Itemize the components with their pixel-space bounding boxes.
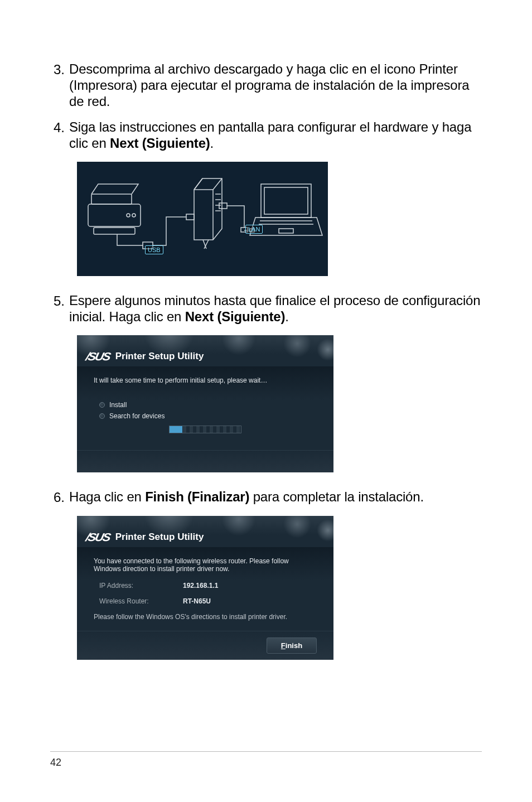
radio-icon: [99, 413, 105, 419]
step-6: 6. Haga clic en Finish (Finalizar) para …: [50, 489, 482, 506]
step-text: Siga las instrucciones en pantalla para …: [69, 119, 482, 152]
progress-fill: [170, 426, 182, 433]
svg-rect-1: [88, 204, 141, 226]
printer-setup-window-finish: /SUS Printer Setup Utility You have conn…: [77, 516, 333, 660]
radio-label: Install: [109, 401, 127, 409]
radio-icon: [99, 402, 105, 408]
psu-body: It will take some time to perform initia…: [77, 366, 333, 450]
step-number: 5.: [50, 293, 69, 325]
step-3: 3. Descomprima al archivo descargado y h…: [50, 61, 482, 109]
svg-line-7: [213, 178, 222, 190]
step-text: Haga clic en Finish (Finalizar) para com…: [69, 489, 424, 506]
svg-rect-17: [279, 229, 293, 233]
printer-setup-window: /SUS Printer Setup Utility It will take …: [77, 335, 333, 472]
psu-title: Printer Setup Utility: [115, 351, 204, 362]
psu-title: Printer Setup Utility: [115, 532, 204, 543]
page-number: 42: [50, 757, 61, 769]
hardware-svg: [77, 162, 328, 276]
radio-search: Search for devices: [99, 412, 317, 420]
finish-button[interactable]: Finish: [267, 637, 317, 654]
asus-logo: /SUS: [85, 531, 111, 544]
svg-rect-2: [94, 228, 135, 234]
figure-setup-initial: /SUS Printer Setup Utility It will take …: [77, 335, 482, 472]
psu-footer: Finish: [77, 631, 333, 660]
step-4: 4. Siga las instrucciones en pantalla pa…: [50, 119, 482, 152]
svg-rect-0: [91, 194, 132, 204]
svg-rect-15: [186, 214, 194, 220]
psu-message: You have connected to the following wire…: [94, 557, 317, 573]
figure-hardware-diagram: USB LAN: [77, 162, 482, 276]
router-value: RT-N65U: [183, 597, 211, 605]
finish-mnemonic: F: [281, 641, 286, 650]
psu-header: /SUS Printer Setup Utility: [77, 335, 333, 366]
step-text: Espere algunos minutos hasta que finalic…: [69, 293, 482, 325]
psu-body: You have connected to the following wire…: [77, 547, 333, 631]
svg-point-3: [127, 214, 130, 217]
ip-value: 192.168.1.1: [183, 582, 218, 590]
step-number: 6.: [50, 489, 69, 506]
psu-header: /SUS Printer Setup Utility: [77, 516, 333, 547]
page-content: 3. Descomprima al archivo descargado y h…: [0, 0, 532, 660]
lan-label: LAN: [245, 225, 263, 234]
asus-logo: /SUS: [85, 350, 111, 363]
svg-line-6: [194, 178, 202, 190]
svg-point-4: [132, 214, 136, 217]
router-label: Wireless Router:: [99, 597, 183, 605]
psu-footer: [77, 450, 333, 472]
radio-label: Search for devices: [109, 412, 165, 420]
svg-rect-14: [219, 203, 227, 209]
step-number: 4.: [50, 119, 69, 152]
footer-rule: [50, 751, 482, 752]
kv-router: Wireless Router: RT-N65U: [99, 597, 317, 605]
psu-note: Please follow the Windows OS's direction…: [94, 613, 317, 621]
psu-message: It will take some time to perform initia…: [94, 376, 317, 384]
progress-bar: [169, 426, 241, 433]
figure-setup-finish: /SUS Printer Setup Utility You have conn…: [77, 516, 482, 660]
step-5: 5. Espere algunos minutos hasta que fina…: [50, 293, 482, 325]
hardware-diagram: USB LAN: [77, 162, 328, 276]
step-text: Descomprima al archivo descargado y haga…: [69, 61, 482, 109]
radio-install: Install: [99, 401, 317, 409]
step-number: 3.: [50, 61, 69, 109]
kv-ip: IP Address: 192.168.1.1: [99, 582, 317, 590]
ip-label: IP Address:: [99, 582, 183, 590]
usb-label: USB: [145, 245, 163, 254]
finish-rest: inish: [286, 641, 302, 650]
